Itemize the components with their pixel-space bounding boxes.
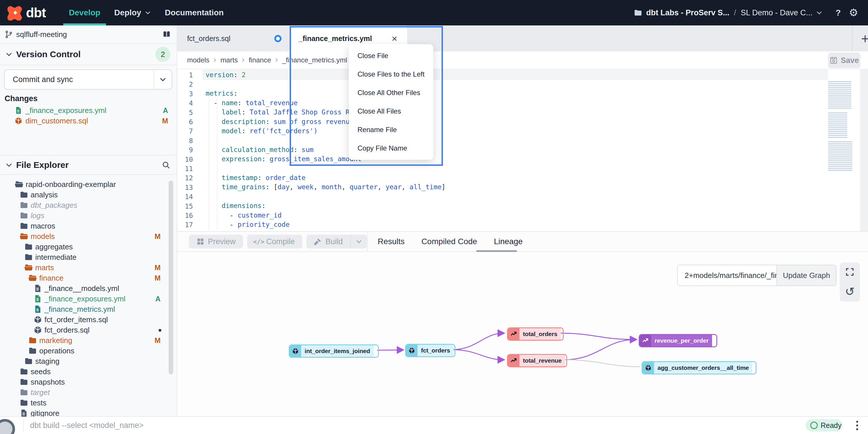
tree-item-tests[interactable]: tests [0, 398, 177, 408]
minimap-block [828, 113, 847, 138]
git-status-badge: • [158, 324, 162, 336]
tab-results[interactable]: Results [376, 237, 406, 246]
tree-item-dbt-packages[interactable]: dbt_packages [0, 200, 177, 210]
tree-item-snapshots[interactable]: snapshots [0, 377, 177, 387]
tree-scrollbar[interactable] [168, 181, 173, 374]
unsaved-indicator-icon [274, 35, 282, 42]
nav-link-develop[interactable]: Develop [62, 0, 107, 25]
project-selector[interactable]: SL Demo - Dave C... [741, 8, 812, 17]
tree-item-macros[interactable]: macros [0, 221, 177, 231]
save-floppy-icon [830, 56, 838, 64]
lineage-canvas[interactable]: Update Graph ↺ int_order_items_joinedfct… [177, 252, 868, 417]
kebab-menu-icon[interactable] [854, 419, 860, 431]
breadcrumb-item-finance[interactable]: finance [249, 56, 271, 64]
lineage-node-fct-orders[interactable]: fct_orders [405, 344, 455, 357]
menu-item-close-all-files[interactable]: Close All Files [349, 102, 433, 120]
save-button[interactable]: Save [828, 53, 861, 68]
menu-item-close-file[interactable]: Close File [349, 47, 433, 65]
tree-item-marketing[interactable]: marketingM [0, 335, 177, 346]
build-dropdown-toggle[interactable] [350, 235, 367, 249]
editor-scrollbar[interactable] [860, 69, 868, 231]
breadcrumb-item-marts[interactable]: marts [220, 56, 238, 64]
tree-item-seeds[interactable]: seeds [0, 366, 177, 377]
folder-icon [24, 242, 33, 251]
tree-item-finance-metrics-yml[interactable]: _finance_metrics.yml [0, 304, 177, 314]
tree-item-marts[interactable]: martsM [0, 262, 177, 273]
account-name[interactable]: dbt Labs - ProServ S... [646, 8, 730, 17]
nav-link-documentation[interactable]: Documentation [158, 0, 231, 25]
new-tab-button[interactable]: + [857, 25, 868, 52]
tree-item-gitignore[interactable]: gitignore [0, 408, 177, 417]
menu-item-close-all-other-files[interactable]: Close All Other Files [349, 84, 433, 102]
tree-item-fct-orders-sql[interactable]: fct_orders.sql• [0, 325, 177, 335]
command-input[interactable]: dbt build --select <model_name> [30, 417, 144, 434]
tree-item-logs[interactable]: logs [0, 210, 177, 221]
dbt-logo[interactable]: dbt [7, 5, 46, 21]
file-explorer-header[interactable]: File Explorer [0, 155, 177, 175]
menu-item-rename-file[interactable]: Rename File [349, 120, 433, 139]
close-icon[interactable]: × [392, 33, 397, 44]
breadcrumb-item-models[interactable]: models [187, 56, 209, 64]
tree-item-models[interactable]: modelsM [0, 231, 177, 241]
commit-and-sync-button[interactable]: Commit and sync [4, 69, 172, 90]
lineage-node-revenue-per-order[interactable]: revenue_per_order [639, 334, 717, 347]
git-branch-icon [5, 30, 13, 39]
build-button[interactable]: Build [306, 235, 350, 249]
commit-dropdown-toggle[interactable] [154, 70, 172, 89]
change-item-dim-customers-sql[interactable]: dim_customers.sqlM [0, 116, 177, 126]
search-icon[interactable] [162, 161, 170, 169]
line-number: 16 [177, 212, 193, 219]
line-number: 13 [177, 184, 193, 191]
lineage-node-agg-customer-orders-all-time[interactable]: agg_customer_orders__all_time [642, 361, 756, 374]
gear-icon[interactable]: ⚙ [849, 7, 858, 18]
tab-strip: fct_orders.sql _finance_metrics.yml × + [177, 25, 868, 52]
folder-icon [28, 346, 37, 355]
tree-item-aggregates[interactable]: aggregates [0, 241, 177, 252]
lineage-node-total-revenue[interactable]: total_revenue [507, 354, 567, 367]
tree-item-target[interactable]: target [0, 387, 177, 398]
folder-icon [20, 222, 28, 230]
git-status-badge: M [154, 232, 160, 241]
tree-item-operations[interactable]: operations [0, 346, 177, 356]
code-line: - customer_id [206, 210, 282, 220]
chevron-down-icon [5, 51, 13, 58]
menu-item-copy-file-name[interactable]: Copy File Name [349, 139, 433, 157]
status-bar: dbt build --select <model_name> Ready [0, 416, 868, 434]
tree-item-label: models [31, 232, 55, 241]
git-branch-row[interactable]: sqlfluff-meeting [0, 25, 177, 44]
docs-book-icon[interactable] [162, 30, 172, 39]
code-line: - name: total_revenue [206, 98, 298, 108]
tree-item-label: operations [39, 346, 74, 355]
tree-item-finance-models-yml[interactable]: _finance__models.yml [0, 283, 177, 294]
tree-item-fct-order-items-sql[interactable]: fct_order_items.sql [0, 314, 177, 325]
lineage-node-total-orders[interactable]: total_orders [507, 327, 564, 341]
minimap[interactable] [828, 82, 853, 176]
tree-item-finance-exposures-yml[interactable]: _finance_exposures.ymlA [0, 294, 177, 304]
tree-item-rapid-onboarding-exemplar[interactable]: rapid-onboarding-exemplar [0, 179, 177, 190]
folder-icon [20, 378, 28, 386]
tab-lineage[interactable]: Lineage [493, 237, 524, 246]
breadcrumb-item-finance-metrics-yml[interactable]: _finance_metrics.yml [282, 56, 347, 64]
tree-item-intermediate[interactable]: intermediate [0, 252, 177, 262]
version-control-header[interactable]: Version Control 2 [0, 44, 177, 65]
status-dot-icon [810, 422, 818, 429]
code-line: timestamp: order_date [206, 173, 306, 182]
tree-item-staging[interactable]: staging [0, 356, 177, 366]
compile-button[interactable]: </>Compile [247, 235, 302, 249]
model-cube-icon [33, 315, 42, 324]
tree-item-label: macros [31, 222, 55, 231]
change-item-finance-exposures-yml[interactable]: _finance_exposures.ymlA [0, 105, 177, 116]
lineage-node-int-order-items-joined[interactable]: int_order_items_joined [289, 344, 379, 358]
tree-item-analysis[interactable]: analysis [0, 190, 177, 200]
tree-item-finance[interactable]: financeM [0, 273, 177, 283]
tab-fct-orders-sql[interactable]: fct_orders.sql [177, 25, 289, 52]
tab-compiled-code[interactable]: Compiled Code [420, 237, 478, 246]
folder-icon [28, 336, 37, 345]
code-editor[interactable]: 1version: 223metrics:4 - name: total_rev… [177, 69, 868, 231]
menu-item-close-files-to-the-left[interactable]: Close Files to the Left [349, 65, 433, 84]
changes-count-badge: 2 [155, 47, 170, 62]
nav-link-deploy[interactable]: Deploy [107, 0, 158, 25]
preview-button[interactable]: Preview [189, 235, 243, 249]
help-icon[interactable]: ? [835, 8, 841, 18]
model-cube-icon [643, 362, 654, 374]
